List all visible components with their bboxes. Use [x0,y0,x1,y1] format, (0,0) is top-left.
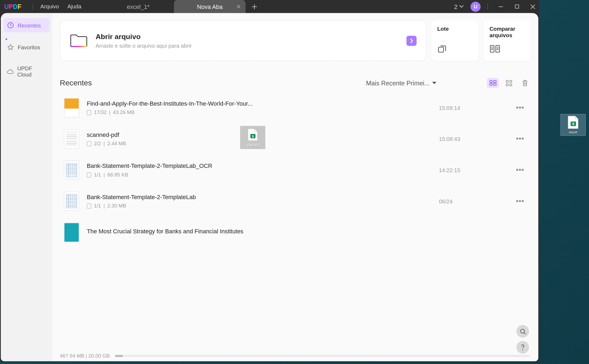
svg-rect-11 [509,80,511,82]
tab-excel1[interactable]: excel_1* [102,0,174,13]
grid-view-button[interactable] [503,78,515,88]
file-thumbnail [64,223,79,242]
svg-rect-8 [493,81,496,82]
file-info: Bank-Statement-Template-2-TemplateLab_OC… [87,162,431,178]
svg-rect-16 [87,172,91,177]
sidebar-item-favoritos[interactable]: Favoritos [4,40,50,54]
chevron-down-icon [459,5,464,8]
menu-ajuda[interactable]: Ajuda [63,4,85,10]
svg-rect-13 [509,84,511,86]
file-date: 14:22:15 [439,167,506,173]
file-info: The Most Crucial Strategy for Banks and … [87,228,526,237]
tab-label: excel_1* [127,3,150,10]
maximize-button[interactable] [511,0,523,13]
page-icon [87,172,91,177]
content: Abrir arquivo Arraste e solte o arquivo … [52,13,538,361]
file-thumbnail [64,160,79,180]
help-fab[interactable] [516,341,529,354]
file-info: Find-and-Apply-For-the-Best-Institutes-I… [87,100,431,115]
page-icon [87,110,91,115]
storage-track[interactable] [115,355,530,357]
app-window: U P D F Arquivo Ajuda excel_1* Nova Aba [0,0,539,362]
trash-button[interactable] [519,78,531,88]
top-cards: Abrir arquivo Arraste e solte o arquivo … [60,21,531,61]
folder-icon [70,33,88,48]
open-file-card[interactable]: Abrir arquivo Arraste e solte o arquivo … [60,21,426,61]
file-row[interactable]: Find-and-Apply-For-the-Best-Institutes-I… [60,92,531,123]
file-row[interactable]: Bank-Statement-Template-2-TemplateLab_OC… [60,154,531,186]
file-meta: 1/1 | 68.85 KB [87,172,431,178]
card-title: Comparar arquivos [490,26,525,38]
help-icon [521,344,525,350]
file-meta: 17/32 | 43.26 MB [87,109,431,115]
batch-icon [437,44,447,54]
tabs-area: excel_1* Nova Aba [102,0,454,13]
more-button[interactable]: ••• [514,135,526,143]
svg-rect-9 [493,83,496,85]
svg-point-20 [520,329,524,333]
more-button[interactable]: ••• [514,166,526,174]
page-icon [87,141,91,146]
tab-label: Nova Aba [197,3,223,10]
file-row[interactable]: scanned-pdf 2/2 | 2.44 MB 15:08:43 ••• [60,123,531,155]
desktop-excel-icon[interactable]: S excel [560,114,586,136]
view-buttons [487,78,531,88]
sort-label: Mais Recente Primei... [366,79,430,87]
window-count[interactable]: 2 [454,3,464,10]
page-icon [87,203,91,209]
open-text: Abrir arquivo Arraste e solte o arquivo … [96,33,192,49]
titlebar: U P D F Arquivo Ajuda excel_1* Nova Aba [0,0,539,13]
user-avatar[interactable]: U [470,1,481,12]
open-arrow-button[interactable] [407,36,417,46]
storage-bar: 467.94 MB | 20.00 GB [60,353,530,359]
file-meta: 1/1 | 2.30 MB [87,203,431,209]
storage-fill [115,355,123,357]
file-name: Bank-Statement-Template-2-TemplateLab_OC… [87,162,431,169]
file-name: Bank-Statement-Template-2-TemplateLab [87,194,431,200]
list-header: Recentes Mais Recente Primei... [60,78,531,88]
close-button[interactable] [526,0,539,13]
sidebar-label: Recentes [18,22,41,28]
svg-rect-6 [490,81,492,82]
dropdown-icon [432,82,436,84]
lote-card[interactable]: Lote [431,21,478,61]
list-view-button[interactable] [487,78,499,88]
svg-text:S: S [572,122,574,126]
tab-nova-aba[interactable]: Nova Aba [174,0,246,13]
titlebar-right: 2 U [454,0,539,13]
close-tab-icon[interactable] [235,3,242,10]
open-title: Abrir arquivo [96,33,192,41]
file-date: 15:09:14 [439,105,506,111]
file-thumbnail [64,129,79,149]
svg-rect-10 [506,80,508,82]
separator [32,3,33,10]
search-fab[interactable] [516,325,529,338]
cloud-icon [7,68,14,75]
svg-text:S: S [252,134,254,138]
sidebar-label: UPDF Cloud [17,65,46,78]
sidebar: Recentes Favoritos UPDF Cloud [1,13,52,361]
more-button[interactable]: ••• [514,104,526,112]
file-row[interactable]: Bank-Statement-Template-2-TemplateLab 1/… [60,186,531,217]
file-row[interactable]: The Most Crucial Strategy for Banks and … [60,217,531,242]
drag-label: excel [242,142,264,148]
more-button[interactable]: ••• [514,197,526,205]
open-subtitle: Arraste e solte o arquivo aqui para abri… [96,43,192,49]
minimize-button[interactable] [494,0,507,13]
svg-rect-15 [87,141,91,146]
excel-file-icon: S [247,129,258,141]
clock-icon [7,22,14,29]
file-info: Bank-Statement-Template-2-TemplateLab 1/… [87,194,431,209]
desktop-label: excel [562,130,584,134]
sidebar-item-cloud[interactable]: UPDF Cloud [4,62,50,81]
comparar-card[interactable]: Comparar arquivos [484,21,531,61]
app-logo: U P D F [4,3,22,10]
sidebar-item-recentes[interactable]: Recentes [4,18,50,32]
sort-dropdown[interactable]: Mais Recente Primei... [366,79,436,87]
sidebar-label: Favoritos [18,44,40,50]
main-area: Recentes Favoritos UPDF Cloud [1,13,538,361]
search-icon [519,328,526,334]
excel-file-icon: S [567,116,579,129]
new-tab-button[interactable] [248,0,261,13]
menu-arquivo[interactable]: Arquivo [36,4,63,10]
